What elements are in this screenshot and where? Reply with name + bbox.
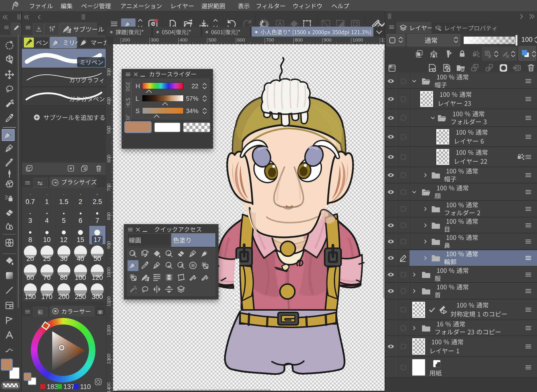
svg-text:800: 800 [295, 37, 303, 43]
svg-text:600: 600 [106, 155, 111, 163]
svg-text:600: 600 [237, 37, 245, 43]
svg-text:1400: 1400 [106, 383, 111, 392]
svg-text:500: 500 [208, 37, 216, 43]
svg-text:1300: 1300 [106, 354, 111, 364]
svg-text:400: 400 [180, 37, 188, 43]
svg-text:700: 700 [106, 183, 111, 191]
svg-text:1200: 1200 [106, 325, 111, 335]
svg-text:800: 800 [106, 212, 111, 220]
svg-text:900: 900 [106, 241, 111, 249]
svg-text:1000: 1000 [352, 37, 363, 43]
svg-text:300: 300 [151, 37, 159, 43]
svg-text:900: 900 [324, 37, 332, 43]
svg-text:300: 300 [106, 68, 111, 76]
svg-text:400: 400 [106, 97, 111, 105]
svg-text:200: 200 [122, 37, 130, 43]
svg-text:500: 500 [106, 126, 111, 134]
svg-text:1000: 1000 [106, 267, 111, 278]
svg-text:1100: 1100 [106, 296, 111, 307]
svg-text:700: 700 [266, 37, 274, 43]
